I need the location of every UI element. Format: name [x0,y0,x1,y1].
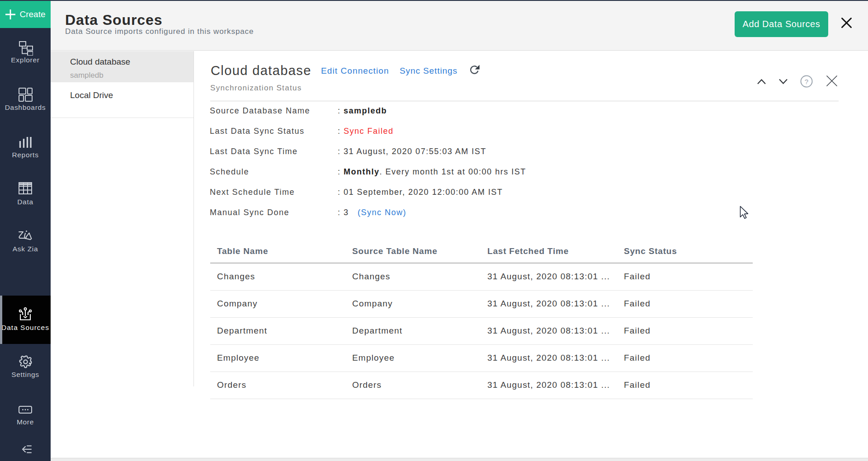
svg-text:?: ? [805,78,808,85]
